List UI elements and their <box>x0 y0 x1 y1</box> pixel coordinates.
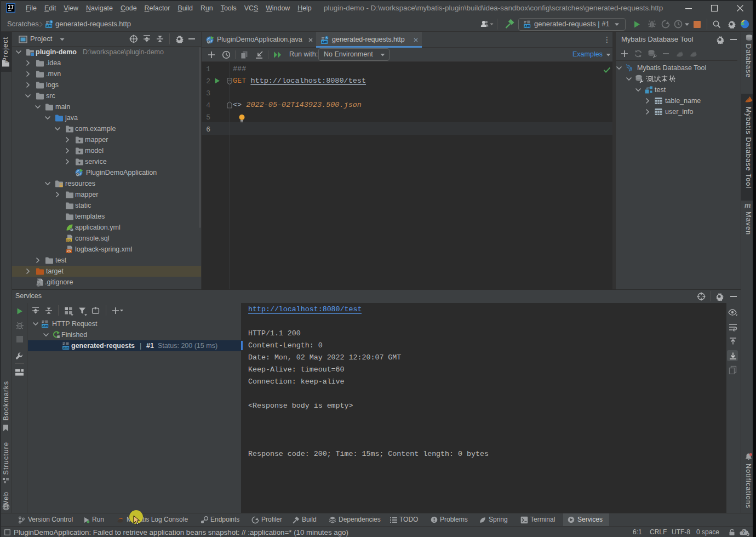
svg-text:?: ? <box>742 529 745 535</box>
